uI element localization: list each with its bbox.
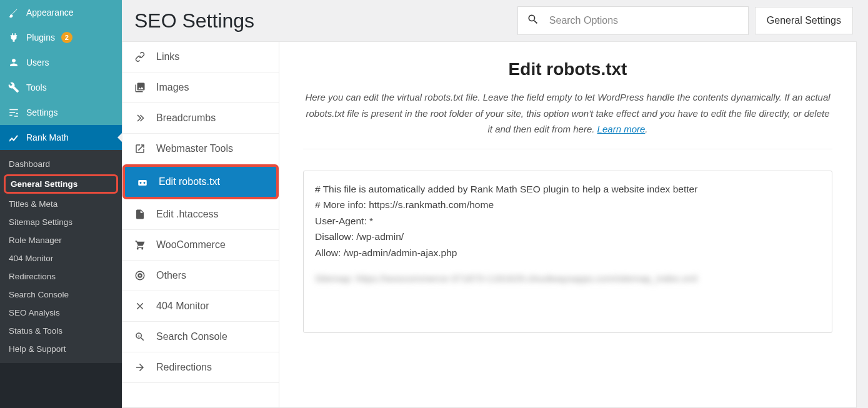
tab-label: Redirections [156,362,212,373]
panel-description: Here you can edit the virtual robots.txt… [303,89,832,137]
tab-label: 404 Monitor [156,301,209,312]
x-icon [134,301,146,312]
tab-webmaster-tools[interactable]: Webmaster Tools [122,134,279,164]
update-badge: 2 [61,32,72,43]
panel-title: Edit robots.txt [303,59,832,79]
sidebar-item-label: Settings [26,107,58,117]
divider [303,149,832,149]
general-settings-button[interactable]: General Settings [755,7,853,34]
chart-icon [7,131,20,144]
redir-icon [134,362,146,373]
tab-404-monitor[interactable]: 404 Monitor [122,291,279,322]
submenu-item-404-monitor[interactable]: 404 Monitor [0,249,122,267]
wp-submenu: DashboardGeneral SettingsTitles & MetaSi… [0,150,122,363]
slider-icon [7,106,20,119]
top-bar: SEO Settings General Settings [122,0,868,41]
wp-admin-sidebar: AppearancePlugins2UsersToolsSettings Ran… [0,0,122,408]
zoom-icon [134,331,146,342]
wrench-icon [7,81,20,94]
sidebar-item-label: Appearance [26,7,74,17]
chev-icon [134,112,146,124]
link-icon [134,51,146,62]
search-area: General Settings [517,6,853,35]
sidebar-item-label: Plugins [26,32,55,42]
tab-label: Breadcrumbs [156,112,216,124]
sidebar-item-label: Tools [26,82,47,92]
tab-redirections[interactable]: Redirections [122,352,279,383]
submenu-item-seo-analysis[interactable]: SEO Analysis [0,304,122,322]
tab-search-console[interactable]: Search Console [122,322,279,352]
content-area: SEO Settings General Settings LinksImage… [122,0,868,408]
robots-textarea[interactable]: # This file is automatically added by Ra… [303,171,832,333]
submenu-item-role-manager[interactable]: Role Manager [0,231,122,249]
tab-woocommerce[interactable]: WooCommerce [122,230,279,261]
search-box[interactable] [517,6,749,35]
tab-label: Edit .htaccess [156,209,219,220]
user-icon [7,56,20,69]
tab-label: WooCommerce [156,239,226,251]
tab-links[interactable]: Links [122,42,279,72]
robot-icon [136,176,149,187]
tab-label: Edit robots.txt [159,176,220,187]
submenu-item-dashboard[interactable]: Dashboard [0,155,122,173]
search-icon [527,13,539,28]
tab-others[interactable]: Others [122,261,279,291]
tab-label: Webmaster Tools [156,143,233,154]
tab-label: Links [156,51,179,62]
learn-more-link[interactable]: Learn more [597,124,646,134]
main-panel: Edit robots.txt Here you can edit the vi… [279,41,857,408]
tab-images[interactable]: Images [122,72,279,103]
submenu-item-titles-meta[interactable]: Titles & Meta [0,195,122,213]
page-title: SEO Settings [134,9,254,32]
blurred-text: Sitemap: https://woocommerce-371873-1181… [315,271,821,287]
target-icon [134,270,146,281]
submenu-item-redirections[interactable]: Redirections [0,267,122,286]
tab-label: Others [156,270,186,281]
submenu-item-search-console[interactable]: Search Console [0,286,122,304]
submenu-item-help-support[interactable]: Help & Support [0,340,122,358]
submenu-item-status-tools[interactable]: Status & Tools [0,322,122,340]
tab-label: Search Console [156,331,227,342]
cart-icon [134,239,146,251]
ext-icon [134,143,146,154]
brush-icon [7,6,20,19]
sidebar-item-label: Users [26,57,49,67]
sidebar-item-rank-math[interactable]: Rank Math [0,125,122,150]
tab-label: Images [156,82,189,93]
file-icon [134,209,146,220]
tab-edit-htaccess[interactable]: Edit .htaccess [122,199,279,230]
tab-breadcrumbs[interactable]: Breadcrumbs [122,103,279,134]
sidebar-item-label: Rank Math [26,132,69,142]
images-icon [134,82,146,93]
plug-icon [7,31,20,44]
sidebar-item-users[interactable]: Users [0,50,122,75]
submenu-item-sitemap-settings[interactable]: Sitemap Settings [0,213,122,231]
sidebar-item-appearance[interactable]: Appearance [0,0,122,25]
settings-tabs: LinksImagesBreadcrumbsWebmaster ToolsEdi… [122,41,279,408]
sidebar-item-settings[interactable]: Settings [0,100,122,125]
search-input[interactable] [549,15,739,26]
submenu-item-general-settings[interactable]: General Settings [4,174,118,194]
sidebar-item-tools[interactable]: Tools [0,75,122,100]
tab-edit-robots-txt[interactable]: Edit robots.txt [122,164,279,199]
sidebar-item-plugins[interactable]: Plugins2 [0,25,122,50]
